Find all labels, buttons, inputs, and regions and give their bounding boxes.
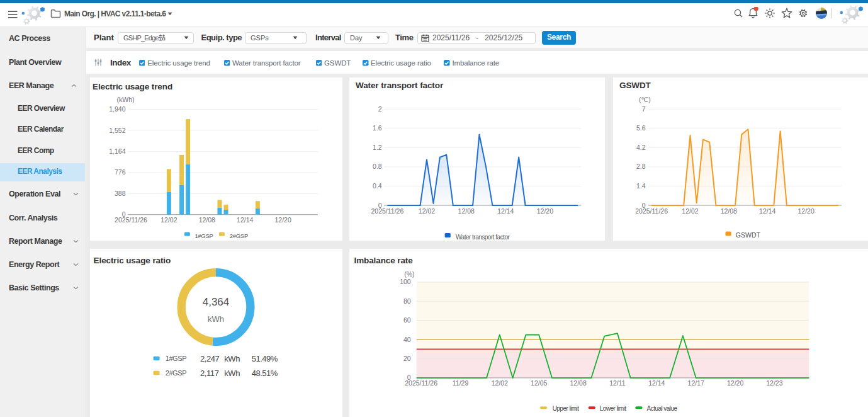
svg-text:2025/11/26: 2025/11/26 — [635, 207, 668, 215]
svg-text:80: 80 — [403, 297, 411, 305]
svg-text:51.49%: 51.49% — [252, 354, 278, 363]
svg-text:4,364: 4,364 — [203, 296, 230, 308]
svg-text:12/08: 12/08 — [570, 379, 586, 387]
svg-text:Water transport factor: Water transport factor — [456, 234, 510, 241]
svg-text:12/02: 12/02 — [492, 379, 508, 387]
svg-text:kWh: kWh — [224, 354, 240, 363]
svg-text:kWh: kWh — [208, 314, 224, 324]
svg-text:5.6: 5.6 — [636, 124, 646, 132]
svg-text:(%): (%) — [404, 270, 414, 278]
svg-text:40: 40 — [403, 336, 411, 343]
svg-text:2,247: 2,247 — [200, 354, 220, 363]
svg-text:2025/11/26: 2025/11/26 — [115, 216, 147, 224]
svg-text:12/20: 12/20 — [274, 216, 291, 224]
svg-text:1#GSP: 1#GSP — [166, 355, 187, 362]
svg-text:2.8: 2.8 — [636, 163, 646, 170]
svg-text:Actual value: Actual value — [647, 405, 678, 412]
svg-text:2025/11/26: 2025/11/26 — [371, 207, 404, 215]
svg-text:1.6: 1.6 — [373, 124, 382, 132]
svg-text:1,164: 1,164 — [109, 147, 125, 155]
svg-text:20: 20 — [403, 355, 411, 362]
svg-text:2: 2 — [378, 105, 382, 113]
svg-text:4.2: 4.2 — [636, 144, 646, 151]
svg-text:12/08: 12/08 — [199, 216, 215, 224]
svg-text:1,940: 1,940 — [109, 105, 125, 113]
svg-text:12/14: 12/14 — [759, 207, 775, 215]
svg-text:2025/11/26: 2025/11/26 — [405, 379, 437, 387]
svg-text:12/14: 12/14 — [497, 207, 514, 215]
svg-text:Upper limit: Upper limit — [553, 405, 580, 412]
svg-text:12/08: 12/08 — [458, 207, 475, 215]
svg-text:11/29: 11/29 — [453, 379, 469, 387]
svg-text:388: 388 — [115, 190, 126, 197]
svg-text:Lower limit: Lower limit — [600, 405, 627, 412]
svg-text:2#GSP: 2#GSP — [230, 232, 248, 239]
svg-text:1.2: 1.2 — [373, 144, 382, 151]
svg-text:0.8: 0.8 — [373, 163, 382, 170]
svg-text:(kWh): (kWh) — [117, 96, 135, 103]
svg-text:12/02: 12/02 — [682, 207, 698, 215]
svg-text:12/20: 12/20 — [727, 379, 743, 387]
svg-text:60: 60 — [403, 316, 411, 324]
svg-text:12/11: 12/11 — [609, 379, 626, 387]
svg-text:2#GSP: 2#GSP — [166, 369, 187, 377]
svg-text:kWh: kWh — [224, 368, 240, 378]
svg-text:48.51%: 48.51% — [252, 368, 278, 378]
svg-text:100: 100 — [400, 278, 411, 285]
svg-text:1#GSP: 1#GSP — [194, 232, 213, 239]
svg-text:776: 776 — [115, 168, 126, 176]
svg-text:GSWDT: GSWDT — [736, 231, 761, 239]
svg-text:2,117: 2,117 — [200, 368, 219, 378]
svg-text:12/20: 12/20 — [537, 207, 553, 215]
svg-text:(℃): (℃) — [639, 96, 651, 103]
svg-text:12/20: 12/20 — [798, 207, 814, 215]
svg-text:12/02: 12/02 — [161, 216, 177, 224]
svg-text:7: 7 — [642, 105, 646, 113]
svg-text:12/02: 12/02 — [419, 207, 435, 215]
svg-text:0.4: 0.4 — [373, 182, 382, 190]
svg-text:1.4: 1.4 — [636, 182, 646, 190]
svg-text:12/14: 12/14 — [237, 216, 253, 224]
svg-text:12/23: 12/23 — [766, 379, 782, 387]
svg-text:12/05: 12/05 — [531, 379, 547, 387]
svg-text:12/08: 12/08 — [721, 207, 737, 215]
svg-text:1,552: 1,552 — [109, 127, 125, 134]
svg-text:12/14: 12/14 — [648, 379, 665, 387]
svg-text:12/17: 12/17 — [688, 379, 704, 387]
